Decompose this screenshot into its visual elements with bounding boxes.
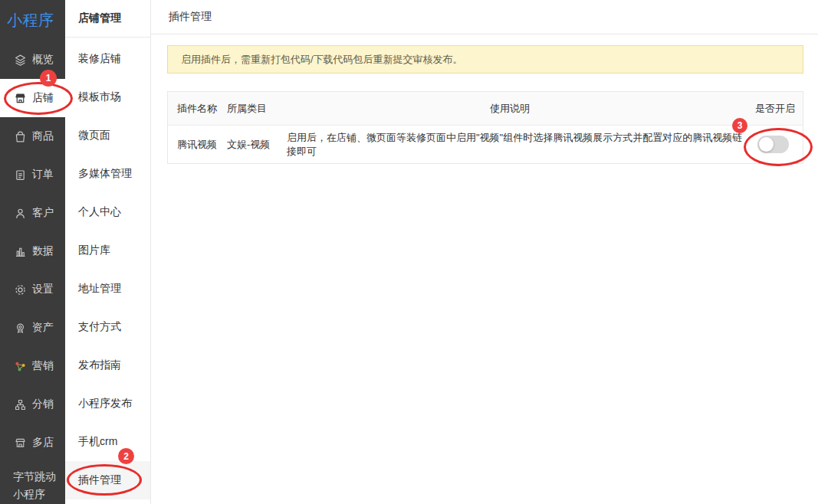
sidebar-item-label: 数据 <box>32 244 54 258</box>
asset-medal-icon <box>14 322 27 335</box>
app-window: 小程序 概览 店铺 商品 订单 <box>0 0 818 504</box>
sidebar-item-label: 资产 <box>32 321 54 335</box>
gear-icon <box>14 283 27 296</box>
submenu-item-personal-center[interactable]: 个人中心 <box>65 193 150 231</box>
cell-plugin-name: 腾讯视频 <box>168 138 219 152</box>
submenu-item-image-library[interactable]: 图片库 <box>65 231 150 270</box>
submenu-item-miniprogram-publish[interactable]: 小程序发布 <box>65 385 150 423</box>
toggle-knob <box>759 137 774 152</box>
hierarchy-icon <box>14 398 27 411</box>
sidebar-item-data[interactable]: 数据 <box>0 232 65 270</box>
sidebar-item-multistore[interactable]: 多店 <box>0 424 65 462</box>
sidebar-item-label: 商品 <box>32 129 54 143</box>
submenu-item-multimedia[interactable]: 多媒体管理 <box>65 155 150 193</box>
sidebar-item-customers[interactable]: 客户 <box>0 194 65 232</box>
sidebar-item-assets[interactable]: 资产 <box>0 309 65 347</box>
layers-icon <box>14 54 27 67</box>
sidebar-item-settings[interactable]: 设置 <box>0 270 65 309</box>
sidebar-item-label: 设置 <box>32 283 54 296</box>
chart-icon <box>14 245 27 258</box>
table-header-row: 插件名称 所属类目 使用说明 是否开启 <box>168 92 803 126</box>
sidebar-item-overview[interactable]: 概览 <box>0 41 65 79</box>
plugin-table: 插件名称 所属类目 使用说明 是否开启 腾讯视频 文娱-视频 启用后，在店铺、微… <box>167 91 803 164</box>
multistore-icon <box>14 437 27 450</box>
tab-plugin-management[interactable]: 插件管理 <box>169 10 212 24</box>
submenu-item-micropage[interactable]: 微页面 <box>65 116 150 155</box>
submenu-item-address[interactable]: 地址管理 <box>65 270 150 308</box>
sidebar-item-label: 客户 <box>32 206 54 220</box>
submenu: 店铺管理 装修店铺 模板市场 微页面 多媒体管理 个人中心 图片库 地址管理 支… <box>65 0 151 504</box>
app-logo: 小程序 <box>0 0 65 41</box>
shop-icon <box>14 92 27 105</box>
sidebar: 小程序 概览 店铺 商品 订单 <box>0 0 65 504</box>
sidebar-item-label: 营销 <box>32 359 54 373</box>
submenu-item-payment[interactable]: 支付方式 <box>65 308 150 346</box>
plugin-enable-toggle[interactable] <box>757 136 789 153</box>
sidebar-item-bytedance-miniprogram[interactable]: 字节跳动小程序 <box>0 468 61 503</box>
sidebar-item-marketing[interactable]: 营销 <box>0 347 65 385</box>
cell-enabled <box>743 136 803 153</box>
main-content: 插件管理 启用插件后，需重新打包代码/下载代码包后重新提交审核发布。 插件名称 … <box>151 0 818 504</box>
notice-banner: 启用插件后，需重新打包代码/下载代码包后重新提交审核发布。 <box>167 45 803 74</box>
sidebar-item-distribution[interactable]: 分销 <box>0 385 65 424</box>
marketing-share-icon <box>14 360 27 373</box>
col-header-plugin-name: 插件名称 <box>168 102 219 116</box>
customer-icon <box>14 207 27 220</box>
sidebar-item-label: 分销 <box>32 398 54 411</box>
submenu-item-plugin-management[interactable]: 插件管理 <box>65 461 150 499</box>
sidebar-item-goods[interactable]: 商品 <box>0 117 65 155</box>
notice-text: 启用插件后，需重新打包代码/下载代码包后重新提交审核发布。 <box>181 53 463 67</box>
sidebar-item-label: 多店 <box>32 436 54 450</box>
cell-category: 文娱-视频 <box>219 138 277 152</box>
col-header-usage: 使用说明 <box>277 102 743 116</box>
sidebar-item-label: 订单 <box>32 168 54 182</box>
submenu-header: 店铺管理 <box>65 0 150 38</box>
table-row: 腾讯视频 文娱-视频 启用后，在店铺、微页面等装修页面中启用"视频"组件时选择腾… <box>168 126 803 163</box>
sidebar-item-label: 概览 <box>32 53 54 67</box>
sidebar-item-orders[interactable]: 订单 <box>0 155 65 194</box>
submenu-item-template-market[interactable]: 模板市场 <box>65 78 150 116</box>
sidebar-item-label: 店铺 <box>32 91 54 105</box>
bag-icon <box>14 130 27 143</box>
order-icon <box>14 169 27 182</box>
col-header-category: 所属类目 <box>219 102 277 116</box>
submenu-item-mobile-crm[interactable]: 手机crm <box>65 423 150 461</box>
submenu-item-decorate-shop[interactable]: 装修店铺 <box>65 40 150 78</box>
topbar: 插件管理 <box>151 0 818 34</box>
submenu-list: 装修店铺 模板市场 微页面 多媒体管理 个人中心 图片库 地址管理 支付方式 发… <box>65 40 150 499</box>
cell-usage: 启用后，在店铺、微页面等装修页面中启用"视频"组件时选择腾讯视频展示方式并配置对… <box>277 131 743 159</box>
submenu-item-publish-guide[interactable]: 发布指南 <box>65 346 150 385</box>
col-header-enabled: 是否开启 <box>743 102 803 116</box>
sidebar-item-shop[interactable]: 店铺 <box>0 79 65 117</box>
